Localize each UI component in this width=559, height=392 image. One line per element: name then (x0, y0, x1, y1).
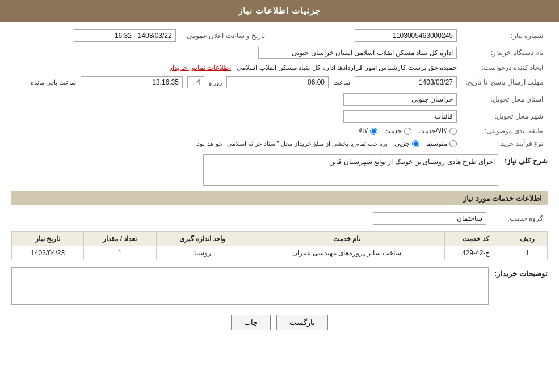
category-kala-khedmat-option[interactable]: کالا/خدمت (418, 127, 457, 135)
buyer-description-label: توضیحات خریدار: (494, 267, 548, 278)
cell-date: 1403/04/23 (12, 246, 84, 260)
service-group-label: گروه خدمت: (491, 210, 548, 227)
deadline-remaining: 13:16:35 (81, 76, 183, 88)
process-motavaset-option[interactable]: متوسط (426, 140, 457, 147)
deadline-remaining-label: ساعت باقی مانده (31, 79, 76, 86)
process-jozi-radio[interactable] (412, 140, 419, 147)
city-label: شهر محل تحویل: (461, 108, 548, 125)
contact-link[interactable]: اطلاعات تماس خریدار (169, 64, 232, 71)
category-kala-label: کالا (358, 127, 368, 135)
button-row: بازگشت چاپ (11, 315, 548, 330)
table-row: 1 ج-42-429 ساخت سایر پروژه‌های مهندسی عم… (12, 246, 548, 260)
need-description-value: اجرای طرح هادی روستای بن خونیک از توابع … (203, 154, 498, 186)
deadline-days-label: روز و (209, 79, 222, 86)
need-number-value: 1103005463000245 (355, 29, 457, 42)
col-date: تاریخ نیاز (12, 232, 84, 246)
col-service-name: نام خدمت (249, 232, 445, 246)
back-button[interactable]: بازگشت (276, 315, 328, 330)
page-title: جزئیات اطلاعات نیاز (0, 0, 559, 22)
creator-value: حمیده حق پرست کارشناس امور قراردادها ادا… (237, 64, 457, 71)
col-quantity: تعداد / مقدار (84, 232, 156, 246)
province-label: استان محل تحویل: (461, 91, 548, 108)
service-group-value: ساختمان (373, 212, 486, 225)
city-value: قائنات (343, 110, 457, 123)
province-value: خراسان جنوبی (343, 93, 457, 106)
col-service-code: کد خدمت (445, 232, 507, 246)
process-jozi-label: جزیی (394, 140, 410, 147)
buyer-org-label: نام دستگاه خریدار: (461, 44, 548, 61)
category-kala-khedmat-label: کالا/خدمت (418, 127, 447, 135)
send-deadline-label: مهلت ارسال پاسخ: تا تاریخ: (461, 74, 548, 91)
process-jozi-option[interactable]: جزیی (394, 140, 419, 147)
col-row-num: ردیف (507, 232, 547, 246)
process-motavaset-label: متوسط (426, 140, 447, 147)
need-description-label: شرح کلی نیاز: (504, 154, 548, 165)
cell-row-num: 1 (507, 246, 547, 260)
category-label: طبقه بندی موضوعی: (461, 125, 548, 137)
category-kala-radio[interactable] (370, 128, 377, 135)
process-note: پرداخت تمام یا بخشی از مبلغ خریداز محل "… (195, 140, 388, 147)
need-number-label: شماره نیاز: (461, 27, 548, 44)
process-motavaset-radio[interactable] (449, 140, 457, 147)
buyer-org-value: اداره کل بنیاد مسکن انقلاب اسلامی استان … (258, 47, 457, 59)
category-khedmat-option[interactable]: خدمت (384, 127, 411, 135)
buyer-description-textarea[interactable] (11, 267, 489, 305)
process-label: نوع فرآیند خرید : (461, 137, 548, 150)
category-kala-khedmat-radio[interactable] (449, 128, 457, 135)
deadline-time: 06:00 (226, 76, 329, 88)
creator-label: ایجاد کننده درخواست: (461, 61, 548, 74)
service-table: ردیف کد خدمت نام خدمت واحد اندازه گیری ت… (11, 231, 548, 260)
announce-date-value: 1403/03/22 - 16:32 (74, 29, 176, 42)
category-khedmat-radio[interactable] (404, 128, 411, 135)
cell-service-code: ج-42-429 (445, 246, 507, 260)
deadline-date: 1403/03/27 (355, 76, 457, 88)
category-khedmat-label: خدمت (384, 127, 402, 135)
cell-service-name: ساخت سایر پروژه‌های مهندسی عمران (249, 246, 445, 260)
announce-date-label: تاریخ و ساعت اعلان عمومی: (180, 27, 270, 44)
print-button[interactable]: چاپ (231, 315, 271, 330)
deadline-days: 4 (187, 76, 204, 88)
category-kala-option[interactable]: کالا (358, 127, 377, 135)
deadline-time-label: ساعت (333, 79, 350, 86)
col-unit: واحد اندازه گیری (156, 232, 249, 246)
cell-unit: روستا (156, 246, 249, 260)
service-info-title: اطلاعات خدمات مورد نیاز (11, 191, 548, 205)
cell-quantity: 1 (84, 246, 156, 260)
